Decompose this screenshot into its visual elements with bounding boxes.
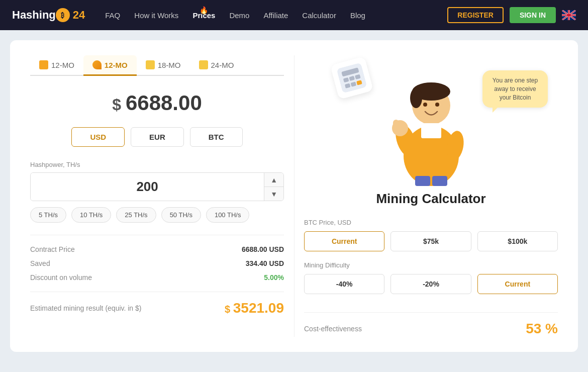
hashpower-input[interactable] bbox=[31, 173, 264, 201]
currency-btc[interactable]: BTC bbox=[190, 127, 243, 147]
tab-icon-3 bbox=[146, 60, 155, 69]
speech-bubble: You are one step away to receive your Bi… bbox=[482, 70, 548, 108]
tab-icon-2 bbox=[92, 60, 102, 69]
nav-demo[interactable]: Demo bbox=[229, 11, 249, 20]
logo[interactable]: Hashing ₿ 24 bbox=[12, 8, 85, 22]
estimated-value: $ 3521.09 bbox=[225, 300, 284, 316]
btc-price-100k[interactable]: $100k bbox=[477, 231, 558, 251]
tab-icon-1 bbox=[39, 60, 48, 69]
currency-eur[interactable]: EUR bbox=[131, 127, 184, 147]
tab-icon-4 bbox=[199, 60, 208, 69]
difficulty-current[interactable]: Current bbox=[477, 274, 558, 294]
btc-price-label: BTC Price, USD bbox=[304, 219, 558, 226]
svg-rect-23 bbox=[421, 123, 441, 138]
left-panel: 12-MO 12-MO 18-MO 24-MO $ 6688.00 bbox=[30, 55, 284, 337]
currency-buttons: USD EUR BTC bbox=[30, 127, 284, 147]
person-illustration bbox=[381, 60, 481, 186]
cost-effectiveness-row: Cost-effectiveness 53 % bbox=[304, 312, 558, 337]
stepper: ▲ ▼ bbox=[264, 173, 283, 201]
hashpower-input-row: ▲ ▼ bbox=[30, 172, 284, 201]
right-panel: You are one step away to receive your Bi… bbox=[304, 55, 558, 337]
cost-label: Cost-effectiveness bbox=[304, 325, 362, 333]
navbar: Hashing ₿ 24 FAQ How it Works 🔥 Prices D… bbox=[0, 0, 588, 30]
nav-links: FAQ How it Works 🔥 Prices Demo Affiliate… bbox=[105, 11, 443, 20]
panel-divider bbox=[294, 55, 295, 337]
svg-point-20 bbox=[410, 88, 422, 108]
btc-price-section: BTC Price, USD Current $75k $100k bbox=[304, 219, 558, 251]
nav-calculator[interactable]: Calculator bbox=[302, 11, 336, 20]
svg-point-21 bbox=[423, 103, 427, 107]
btc-price-options: Current $75k $100k bbox=[304, 231, 558, 251]
logo-24: 24 bbox=[73, 9, 85, 22]
saved-row: Saved 334.40 USD bbox=[30, 259, 284, 267]
mining-difficulty-section: Mining Difficulty -40% -20% Current bbox=[304, 261, 558, 294]
character-area: You are one step away to receive your Bi… bbox=[304, 60, 558, 186]
calculator-float-icon bbox=[330, 56, 373, 100]
stepper-up[interactable]: ▲ bbox=[264, 173, 283, 187]
cost-value: 53 % bbox=[526, 321, 558, 337]
th-btn-25[interactable]: 25 TH/s bbox=[116, 207, 156, 223]
stats-section: Contract Price 6688.00 USD Saved 334.40 … bbox=[30, 235, 284, 282]
tab-12mo-2[interactable]: 12-MO bbox=[83, 55, 137, 76]
logo-text: Hashing bbox=[12, 9, 56, 22]
signin-button[interactable]: SIGN IN bbox=[510, 7, 556, 23]
language-selector[interactable] bbox=[562, 10, 576, 20]
svg-point-22 bbox=[435, 103, 439, 107]
currency-usd[interactable]: USD bbox=[71, 127, 125, 147]
nav-blog[interactable]: Blog bbox=[350, 11, 365, 20]
btc-price-current[interactable]: Current bbox=[304, 231, 384, 251]
hashpower-section: Hashpower, TH/s ▲ ▼ 5 TH/s 10 TH/s 25 TH… bbox=[30, 161, 284, 223]
stepper-down[interactable]: ▼ bbox=[264, 187, 283, 201]
price-display: $ 6688.00 bbox=[30, 91, 284, 115]
tab-24mo[interactable]: 24-MO bbox=[190, 55, 243, 76]
discount-row: Discount on volume 5.00% bbox=[30, 273, 284, 282]
tabs: 12-MO 12-MO 18-MO 24-MO bbox=[30, 55, 284, 76]
th-buttons: 5 TH/s 10 TH/s 25 TH/s 50 TH/s 100 TH/s bbox=[30, 207, 284, 223]
nav-faq[interactable]: FAQ bbox=[105, 11, 120, 20]
th-btn-10[interactable]: 10 TH/s bbox=[71, 207, 111, 223]
th-btn-100[interactable]: 100 TH/s bbox=[206, 207, 250, 223]
nav-affiliate[interactable]: Affiliate bbox=[263, 11, 288, 20]
main-content: 12-MO 12-MO 18-MO 24-MO $ 6688.00 bbox=[0, 30, 588, 362]
svg-rect-29 bbox=[415, 176, 430, 186]
svg-rect-27 bbox=[393, 126, 407, 132]
fire-icon: 🔥 bbox=[200, 6, 208, 14]
nav-prices[interactable]: 🔥 Prices bbox=[192, 11, 215, 20]
mining-difficulty-options: -40% -20% Current bbox=[304, 274, 558, 294]
difficulty-minus20[interactable]: -20% bbox=[390, 274, 471, 294]
btc-price-75k[interactable]: $75k bbox=[390, 231, 471, 251]
svg-rect-30 bbox=[432, 176, 447, 186]
nav-how-it-works[interactable]: How it Works bbox=[134, 11, 178, 20]
hashpower-label: Hashpower, TH/s bbox=[30, 161, 284, 168]
register-button[interactable]: REGISTER bbox=[447, 7, 504, 23]
nav-actions: REGISTER SIGN IN bbox=[447, 7, 576, 23]
tab-18mo[interactable]: 18-MO bbox=[137, 55, 190, 76]
mining-calculator-title: Mining Calculator bbox=[376, 191, 485, 207]
difficulty-minus40[interactable]: -40% bbox=[304, 274, 384, 294]
logo-coin: ₿ bbox=[56, 8, 70, 22]
price-amount: $ 6688.00 bbox=[112, 91, 202, 115]
th-btn-50[interactable]: 50 TH/s bbox=[161, 207, 201, 223]
calculator-card: 12-MO 12-MO 18-MO 24-MO $ 6688.00 bbox=[10, 40, 578, 352]
contract-price-row: Contract Price 6688.00 USD bbox=[30, 245, 284, 253]
tab-12mo-1[interactable]: 12-MO bbox=[30, 55, 83, 76]
mining-difficulty-label: Mining Difficulty bbox=[304, 261, 558, 269]
estimated-row: Estimated mining result (equiv. in $) $ … bbox=[30, 292, 284, 316]
th-btn-5[interactable]: 5 TH/s bbox=[30, 207, 66, 223]
